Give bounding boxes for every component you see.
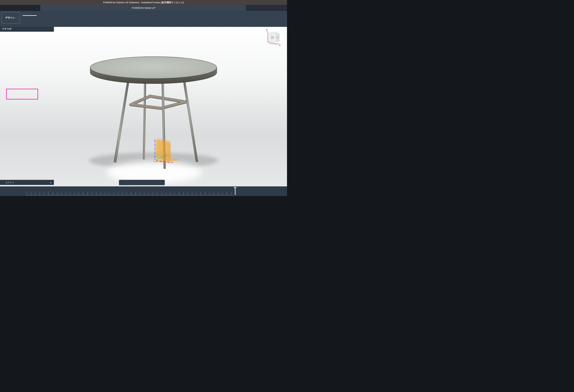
close-window-button[interactable] xyxy=(2,1,4,3)
3d-viewport[interactable] xyxy=(0,27,287,196)
fusion-window: FUISON for Interior v2* (Interior) - Aut… xyxy=(0,0,287,196)
application-bar: FUISON for Interior v2* xyxy=(0,5,287,11)
viewcube-front-label: 前 xyxy=(271,35,274,39)
timeline-playhead[interactable] xyxy=(234,187,237,195)
browser-title: ブラウザ xyxy=(2,27,11,31)
viewcube[interactable]: 前 右 Z X xyxy=(263,29,285,47)
browser-panel: ブラウザ xyxy=(0,27,54,32)
annotation-highlight-box xyxy=(6,89,38,100)
add-comment-button[interactable]: + xyxy=(50,181,52,184)
navigation-bar xyxy=(119,180,165,185)
active-tab-underline xyxy=(22,15,37,16)
window-titlebar: FUISON for Interior v2* (Interior) - Aut… xyxy=(0,0,287,5)
viewcube-right-label: 右 xyxy=(277,36,279,39)
origin-point[interactable] xyxy=(154,160,156,162)
viewcube-x-label: X xyxy=(279,44,281,47)
timeline-bar xyxy=(0,186,287,196)
viewcube-z-label: Z xyxy=(266,29,267,31)
document-tab[interactable]: FUISON for Interior v2* xyxy=(40,5,246,11)
comments-label: コメント xyxy=(5,181,15,184)
timeline-ruler xyxy=(26,192,233,195)
zoom-window-button[interactable] xyxy=(9,1,12,3)
document-tab-title: FUISON for Interior v2* xyxy=(132,7,155,9)
browser-header: ブラウザ xyxy=(0,27,54,32)
window-title: FUISON for Interior v2* (Interior) - Aut… xyxy=(103,1,184,4)
workspace-selector[interactable]: デザイン xyxy=(1,12,20,24)
table-top-surface xyxy=(90,57,217,78)
ribbon-toolbar: デザイン xyxy=(0,11,287,27)
workspace-label: デザイン xyxy=(5,16,15,20)
minimize-window-button[interactable] xyxy=(6,1,8,3)
comments-panel[interactable]: コメント + xyxy=(0,180,54,185)
